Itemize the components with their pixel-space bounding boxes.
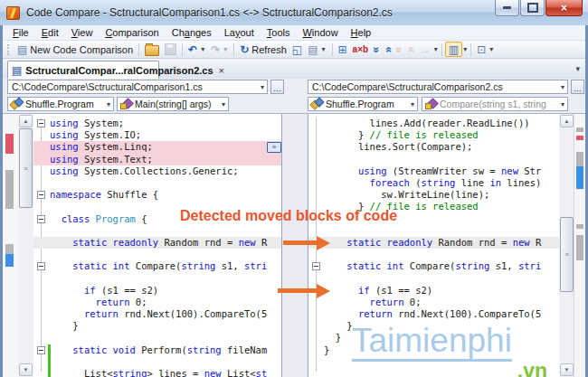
collapse-icon[interactable] xyxy=(37,262,45,270)
overview-marker-changed[interactable] xyxy=(5,134,14,154)
overview-marker-changed[interactable] xyxy=(576,136,583,140)
code-text[interactable]: foreach (string line in lines) xyxy=(324,177,541,189)
left-type-selector[interactable]: Shuffle.Program ▾ xyxy=(7,97,114,111)
left-scrollbar-thumb[interactable]: ≡ xyxy=(19,128,33,208)
copy-next-change-button[interactable]: » xyxy=(394,42,405,57)
open-button[interactable] xyxy=(142,42,162,57)
word-wrap-button[interactable]: ⊡▾ xyxy=(474,42,497,57)
fold-gutter[interactable] xyxy=(33,213,50,225)
right-scrollbar-thumb[interactable]: ≡ xyxy=(560,217,574,292)
code-text[interactable]: using System.IO; xyxy=(50,129,141,141)
right-scrollbar[interactable]: ▲ ≡ ▼ xyxy=(559,114,574,377)
code-text[interactable]: using (StreamWriter sw = new Str xyxy=(324,165,541,177)
collapse-icon[interactable] xyxy=(37,191,45,199)
left-path-caret[interactable]: ▾ xyxy=(260,83,265,91)
code-text[interactable]: namespace Shuffle { xyxy=(50,189,158,201)
new-code-comparison-button[interactable]: ▤ New Code Comparison xyxy=(14,42,136,57)
code-text[interactable]: } xyxy=(324,320,353,332)
collapse-icon[interactable] xyxy=(37,119,45,127)
scroll-up-button[interactable]: ▲ xyxy=(560,115,574,127)
code-text[interactable]: return rnd.Next(100).CompareTo(5 xyxy=(50,308,267,320)
code-text[interactable]: using System.Linq; xyxy=(50,141,153,153)
left-browse-button[interactable]: … xyxy=(270,80,284,94)
caret-icon[interactable]: ▾ xyxy=(106,100,111,108)
next-change-button[interactable]: » xyxy=(371,42,383,57)
split-view-button[interactable]: ▥ xyxy=(445,42,462,57)
export-button[interactable]: ◱ xyxy=(289,42,305,57)
report-button[interactable]: ▤▾ xyxy=(305,42,328,57)
right-browse-button[interactable]: … xyxy=(571,80,584,94)
menu-comparison[interactable]: Comparison xyxy=(99,26,165,39)
overview-marker-moved[interactable] xyxy=(576,152,583,166)
fold-gutter[interactable] xyxy=(308,260,324,272)
menu-layout[interactable]: Layout xyxy=(218,26,261,39)
code-text[interactable]: if (s1 == s2) xyxy=(50,285,158,297)
right-overview-strip[interactable] xyxy=(574,114,585,377)
caret-icon[interactable]: ▾ xyxy=(221,100,226,108)
menu-view[interactable]: View xyxy=(65,26,100,39)
code-text[interactable]: List<string> lines = new List<st xyxy=(50,368,267,377)
caret-icon[interactable]: ▾ xyxy=(410,100,415,108)
menu-help[interactable]: Help xyxy=(345,26,378,39)
comparison-tab[interactable]: ▤ SctructuralCompar...ralComparison2.cs … xyxy=(7,61,159,79)
code-text[interactable]: sw.WriteLine(line); xyxy=(324,189,489,201)
code-text[interactable]: using System.Text; xyxy=(50,154,153,165)
scroll-down-button[interactable]: ▼ xyxy=(560,363,574,376)
menu-edit[interactable]: Edit xyxy=(35,26,65,39)
left-member-selector[interactable]: Main(string[] args) ▾ xyxy=(117,97,229,111)
code-text[interactable]: static void Perform(string fileNam xyxy=(50,344,267,356)
refresh-button[interactable]: ↻ Refresh xyxy=(237,42,289,57)
scroll-up-button[interactable]: ▲ xyxy=(19,115,33,127)
menu-changes[interactable]: Changes xyxy=(166,26,218,39)
overview-marker-current[interactable] xyxy=(576,166,583,189)
maximize-button[interactable] xyxy=(520,0,545,16)
overview-marker-moved[interactable] xyxy=(5,170,14,209)
split-view-dropdown-caret[interactable]: ▾ xyxy=(462,45,468,53)
code-text[interactable]: static int Compare(string s1, stri xyxy=(50,260,267,272)
menu-file[interactable]: File xyxy=(6,26,35,39)
tab-overflow-caret[interactable]: ▾ xyxy=(575,64,580,73)
code-text[interactable]: lines.Add(reader.ReadLine()) xyxy=(324,118,530,129)
menu-tools[interactable]: Tools xyxy=(261,26,297,39)
code-text[interactable]: } xyxy=(50,320,79,332)
right-path-caret[interactable]: ▾ xyxy=(560,83,565,91)
code-text[interactable]: } xyxy=(324,344,329,356)
minimize-button[interactable] xyxy=(495,0,519,16)
right-type-selector[interactable]: Shuffle.Program ▾ xyxy=(308,97,418,111)
right-member-selector[interactable]: Compare(string s1, string ▾ xyxy=(422,97,568,111)
code-text[interactable]: return rnd.Next(100).CompareTo(5 xyxy=(324,308,541,320)
undo-button[interactable]: ↶▾ xyxy=(185,42,208,57)
code-text[interactable]: static int Compare(string s1, stri xyxy=(324,260,541,272)
moved-block-badge[interactable]: » xyxy=(267,142,281,153)
menu-window[interactable]: Window xyxy=(296,26,344,39)
code-text[interactable]: } // file is released xyxy=(324,129,479,141)
apply-change-button[interactable]: → xyxy=(417,42,433,57)
code-text[interactable]: lines.Sort(Compare); xyxy=(324,141,472,153)
left-scrollbar[interactable]: ▲ ≡ ▼ xyxy=(18,114,33,377)
code-text[interactable]: class Program { xyxy=(50,213,147,225)
code-text[interactable]: } xyxy=(324,332,341,344)
scroll-down-button[interactable]: ▼ xyxy=(19,363,33,376)
code-text[interactable]: using System; xyxy=(50,118,124,129)
overview-marker-moved[interactable] xyxy=(5,244,14,254)
fold-gutter[interactable] xyxy=(33,189,50,201)
code-text[interactable]: static readonly Random rnd = new R xyxy=(324,237,541,249)
right-file-path-combo[interactable]: C:\CodeCompare\SctructuralComparison2.cs… xyxy=(308,80,568,94)
code-text[interactable]: static readonly Random rnd = new R xyxy=(50,237,267,249)
ignore-case-button[interactable]: a×b xyxy=(350,42,372,57)
structure-compare-button[interactable]: ⊞ xyxy=(336,42,350,57)
code-text[interactable]: return 0; xyxy=(324,297,421,308)
left-file-path-combo[interactable]: C:\CodeCompare\SctructuralComparison1.cs… xyxy=(7,80,268,94)
fold-gutter[interactable] xyxy=(33,118,50,129)
code-text[interactable]: return 0; xyxy=(50,297,147,308)
code-text[interactable]: using System.Collections.Generic; xyxy=(50,165,239,177)
left-overview-strip[interactable] xyxy=(3,114,19,377)
caret-icon[interactable]: ▾ xyxy=(560,100,565,108)
changes-dropdown-caret[interactable]: ▾ xyxy=(433,45,439,53)
close-button[interactable]: × xyxy=(545,0,583,16)
collapse-icon[interactable] xyxy=(312,262,320,270)
collapse-icon[interactable] xyxy=(37,346,45,354)
code-text[interactable]: if (s1 == s2) xyxy=(324,285,432,297)
copy-previous-change-button[interactable]: » xyxy=(405,42,417,57)
tab-close-icon[interactable]: × xyxy=(219,65,224,76)
